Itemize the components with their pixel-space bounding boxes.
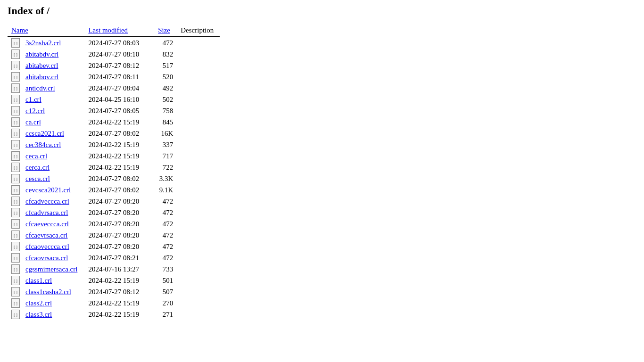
file-name-cell[interactable]: cfcadveccca.crl [22, 196, 84, 207]
file-link[interactable]: cec384ca.crl [25, 141, 61, 148]
file-size: 722 [154, 162, 177, 173]
file-size: 733 [154, 263, 177, 275]
file-icon: [ ] [11, 151, 20, 161]
file-link[interactable]: class1casha2.crl [25, 288, 71, 296]
file-link[interactable]: c1.crl [25, 96, 41, 103]
file-size: 501 [154, 275, 177, 286]
col-name[interactable]: Name [8, 25, 84, 37]
file-name-cell[interactable]: cevcsca2021.crl [22, 184, 84, 196]
file-link[interactable]: cesca.crl [25, 175, 50, 182]
file-name-cell[interactable]: cfcaovrsaca.crl [22, 252, 84, 263]
file-name-cell[interactable]: ceca.crl [22, 150, 84, 162]
file-name-cell[interactable]: cgssmimersaca.crl [22, 263, 84, 275]
file-icon: [ ] [11, 140, 20, 149]
file-icon-cell: [ ] [8, 60, 22, 71]
name-sort-link[interactable]: Name [11, 26, 28, 34]
table-row: [ ]class3.crl2024-02-22 15:19271 [8, 309, 220, 320]
file-link[interactable]: abitabdv.crl [25, 50, 58, 58]
file-name-cell[interactable]: cec384ca.crl [22, 139, 84, 150]
file-description [177, 207, 220, 218]
table-row: [ ]cfcaeveccca.crl2024-07-27 08:20472 [8, 218, 220, 230]
file-icon: [ ] [11, 49, 20, 59]
file-name-cell[interactable]: cfcaevrsaca.crl [22, 230, 84, 241]
file-date: 2024-02-22 15:19 [84, 309, 154, 320]
file-link[interactable]: class2.crl [25, 299, 52, 307]
file-description [177, 196, 220, 207]
file-link[interactable]: cfcaoveccca.crl [25, 243, 69, 250]
file-icon: [ ] [11, 83, 20, 93]
file-icon-cell: [ ] [8, 150, 22, 162]
file-icon-cell: [ ] [8, 218, 22, 230]
file-icon-cell: [ ] [8, 139, 22, 150]
file-link[interactable]: ca.crl [25, 118, 41, 126]
table-row: [ ]c12.crl2024-07-27 08:05758 [8, 105, 220, 116]
file-link[interactable]: c12.crl [25, 107, 45, 115]
file-size: 3.3K [154, 173, 177, 184]
file-name-cell[interactable]: cfcaoveccca.crl [22, 241, 84, 252]
file-date: 2024-07-27 08:20 [84, 241, 154, 252]
lastmod-sort-link[interactable]: Last modified [88, 26, 128, 34]
file-date: 2024-07-27 08:21 [84, 252, 154, 263]
file-description [177, 150, 220, 162]
table-row: [ ]cerca.crl2024-02-22 15:19722 [8, 162, 220, 173]
file-icon-cell: [ ] [8, 49, 22, 60]
file-date: 2024-02-22 15:19 [84, 297, 154, 309]
file-link[interactable]: cgssmimersaca.crl [25, 265, 77, 273]
file-name-cell[interactable]: class2.crl [22, 297, 84, 309]
file-name-cell[interactable]: abitabev.crl [22, 60, 84, 71]
file-link[interactable]: cfcadvrsaca.crl [25, 209, 68, 216]
file-name-cell[interactable]: c1.crl [22, 94, 84, 105]
file-size: 502 [154, 94, 177, 105]
file-link[interactable]: cevcsca2021.crl [25, 186, 71, 194]
file-date: 2024-07-27 08:04 [84, 82, 154, 94]
file-link[interactable]: anticdv.crl [25, 84, 55, 92]
file-size: 492 [154, 82, 177, 94]
file-description [177, 116, 220, 128]
file-name-cell[interactable]: anticdv.crl [22, 82, 84, 94]
file-name-cell[interactable]: cfcadvrsaca.crl [22, 207, 84, 218]
file-link[interactable]: abitabev.crl [25, 62, 58, 69]
file-icon-cell: [ ] [8, 207, 22, 218]
file-size: 472 [154, 37, 177, 49]
file-name-cell[interactable]: class1.crl [22, 275, 84, 286]
size-sort-link[interactable]: Size [158, 26, 170, 34]
file-name-cell[interactable]: abitabov.crl [22, 71, 84, 82]
file-link[interactable]: abitabov.crl [25, 73, 58, 81]
file-link[interactable]: 3s2nsha2.crl [25, 39, 61, 47]
file-name-cell[interactable]: cerca.crl [22, 162, 84, 173]
file-name-cell[interactable]: class1casha2.crl [22, 286, 84, 297]
file-icon: [ ] [11, 163, 20, 172]
file-date: 2024-07-27 08:20 [84, 230, 154, 241]
file-name-cell[interactable]: cfcaeveccca.crl [22, 218, 84, 230]
file-link[interactable]: ccsca2021.crl [25, 130, 64, 137]
table-row: [ ]abitabov.crl2024-07-27 08:11520 [8, 71, 220, 82]
file-icon: [ ] [11, 242, 20, 251]
table-row: [ ]cevcsca2021.crl2024-07-27 08:029.1K [8, 184, 220, 196]
file-icon-cell: [ ] [8, 184, 22, 196]
file-link[interactable]: ceca.crl [25, 152, 47, 160]
file-link[interactable]: cfcadveccca.crl [25, 197, 69, 205]
file-link[interactable]: cerca.crl [25, 164, 50, 171]
file-size: 472 [154, 252, 177, 263]
table-row: [ ]cfcadvrsaca.crl2024-07-27 08:20472 [8, 207, 220, 218]
file-name-cell[interactable]: abitabdv.crl [22, 49, 84, 60]
file-name-cell[interactable]: ccsca2021.crl [22, 128, 84, 139]
file-size: 832 [154, 49, 177, 60]
file-link[interactable]: class3.crl [25, 311, 52, 318]
col-size[interactable]: Size [154, 25, 177, 37]
file-date: 2024-02-22 15:19 [84, 275, 154, 286]
file-link[interactable]: class1.crl [25, 277, 52, 284]
file-name-cell[interactable]: class3.crl [22, 309, 84, 320]
file-name-cell[interactable]: cesca.crl [22, 173, 84, 184]
file-name-cell[interactable]: c12.crl [22, 105, 84, 116]
file-size: 472 [154, 218, 177, 230]
col-last-modified[interactable]: Last modified [84, 25, 154, 37]
file-icon-cell: [ ] [8, 94, 22, 105]
file-link[interactable]: cfcaevrsaca.crl [25, 231, 68, 239]
file-link[interactable]: cfcaeveccca.crl [25, 220, 69, 228]
file-link[interactable]: cfcaovrsaca.crl [25, 254, 68, 262]
file-size: 337 [154, 139, 177, 150]
file-name-cell[interactable]: 3s2nsha2.crl [22, 37, 84, 49]
file-size: 717 [154, 150, 177, 162]
file-name-cell[interactable]: ca.crl [22, 116, 84, 128]
